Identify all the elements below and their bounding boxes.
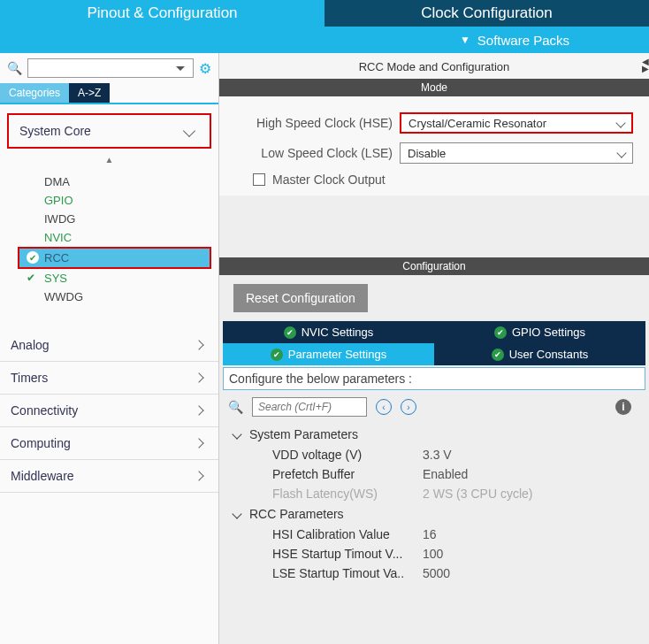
software-packs-label: Software Packs <box>477 33 569 48</box>
chevron-right-icon <box>194 372 203 382</box>
sidebar-search-input[interactable] <box>27 58 194 78</box>
group-label: RCC Parameters <box>249 507 344 521</box>
collapse-handle[interactable]: ◀▶ <box>642 58 649 73</box>
param-label: VDD voltage (V) <box>272 448 423 462</box>
category-label: Middleware <box>11 469 74 483</box>
group-system-parameters[interactable]: System Parameters <box>230 424 638 445</box>
category-label: Computing <box>11 436 71 450</box>
master-clock-checkbox[interactable] <box>253 173 265 186</box>
chevron-down-icon <box>616 148 626 157</box>
tab-nvic-settings[interactable]: ✔ NVIC Settings <box>223 321 434 343</box>
category-label: Connectivity <box>11 403 78 418</box>
sidebar: 🔍 ⚙ Categories A->Z System Core ▲ DMA GP… <box>0 53 219 644</box>
configuration-section-bar: Configuration <box>219 257 649 275</box>
tree-item-label: SYS <box>44 272 67 285</box>
chevron-right-icon <box>194 471 203 480</box>
hse-select[interactable]: Crystal/Ceramic Resonator <box>400 112 633 134</box>
param-row: Flash Latency(WS) 2 WS (3 CPU cycle) <box>230 484 638 503</box>
param-row[interactable]: VDD voltage (V) 3.3 V <box>230 445 638 464</box>
category-analog[interactable]: Analog <box>0 329 218 362</box>
chevron-down-icon <box>232 429 241 439</box>
lse-select[interactable]: Disable <box>400 142 633 164</box>
param-value: 2 WS (3 CPU cycle) <box>423 487 532 501</box>
content-panel: ◀▶ RCC Mode and Configuration Mode High … <box>219 53 649 644</box>
param-label: HSI Calibration Value <box>272 527 423 541</box>
parameter-description: Configure the below parameters : <box>223 367 645 390</box>
param-value: Enabled <box>423 467 468 481</box>
tab-a-z[interactable]: A->Z <box>69 83 110 103</box>
chevron-down-icon: ▼ <box>460 34 470 46</box>
info-icon[interactable]: i <box>615 399 631 415</box>
chevron-right-icon <box>194 405 203 415</box>
master-clock-label: Master Clock Output <box>272 172 386 187</box>
splitter-handle[interactable]: ▲ <box>0 152 218 167</box>
tab-clock[interactable]: Clock Configuration <box>324 0 649 27</box>
param-row[interactable]: LSE Startup Timout Va.. 5000 <box>230 564 638 583</box>
check-icon: ✔ <box>27 272 35 284</box>
tab-user-constants[interactable]: ✔ User Constants <box>434 343 645 365</box>
category-label: Timers <box>11 371 48 385</box>
tree-item-rcc[interactable]: ✔ RCC <box>18 247 211 269</box>
check-icon: ✔ <box>494 326 507 339</box>
param-label: Flash Latency(WS) <box>272 487 423 501</box>
tree-item-label: RCC <box>44 251 69 264</box>
chevron-down-icon <box>183 125 195 137</box>
tab-gpio-settings[interactable]: ✔ GPIO Settings <box>434 321 645 343</box>
param-label: LSE Startup Timout Va.. <box>272 566 423 580</box>
category-connectivity[interactable]: Connectivity <box>0 395 218 427</box>
tab-parameter-settings[interactable]: ✔ Parameter Settings <box>223 343 434 365</box>
param-row[interactable]: HSE Startup Timout V... 100 <box>230 544 638 564</box>
tree-item-sys[interactable]: ✔ SYS <box>18 269 211 288</box>
tree-item-wwdg[interactable]: WWDG <box>18 288 211 306</box>
check-icon: ✔ <box>284 326 296 339</box>
prev-button[interactable]: ‹ <box>376 399 392 415</box>
chevron-right-icon <box>194 438 203 448</box>
tab-label: Parameter Settings <box>288 348 386 361</box>
search-icon: 🔍 <box>7 61 22 75</box>
reset-configuration-button[interactable]: Reset Configuration <box>233 284 368 312</box>
tab-pinout[interactable]: Pinout & Configuration <box>0 0 324 27</box>
gear-icon[interactable]: ⚙ <box>199 60 211 77</box>
tab-label: NVIC Settings <box>302 326 374 339</box>
category-middleware[interactable]: Middleware <box>0 460 218 493</box>
hse-value: Crystal/Ceramic Resonator <box>408 117 546 130</box>
tab-label: GPIO Settings <box>512 326 585 339</box>
tree-item-gpio[interactable]: GPIO <box>18 191 211 210</box>
tree-item-nvic[interactable]: NVIC <box>18 228 211 247</box>
parameter-search-input[interactable] <box>252 397 367 417</box>
category-system-core[interactable]: System Core <box>7 113 211 149</box>
category-timers[interactable]: Timers <box>0 362 218 395</box>
param-value: 100 <box>423 547 443 561</box>
chevron-down-icon <box>232 509 241 518</box>
page-title: RCC Mode and Configuration <box>219 53 649 79</box>
category-label: System Core <box>19 124 91 138</box>
chevron-down-icon <box>615 118 625 127</box>
check-icon: ✔ <box>492 349 504 361</box>
mode-section-bar: Mode <box>219 79 649 96</box>
next-button[interactable]: › <box>401 399 416 415</box>
param-value: 3.3 V <box>423 448 452 462</box>
lse-value: Disable <box>408 147 446 160</box>
param-row[interactable]: Prefetch Buffer Enabled <box>230 464 638 484</box>
category-label: Analog <box>11 338 50 352</box>
param-value: 5000 <box>423 566 450 580</box>
check-icon: ✔ <box>271 349 283 361</box>
group-rcc-parameters[interactable]: RCC Parameters <box>230 503 638 525</box>
tree-item-iwdg[interactable]: IWDG <box>18 210 211 228</box>
search-icon: 🔍 <box>228 400 243 414</box>
check-icon: ✔ <box>27 251 39 264</box>
lse-label: Low Speed Clock (LSE) <box>235 146 396 160</box>
tree-item-dma[interactable]: DMA <box>18 172 211 191</box>
tab-categories[interactable]: Categories <box>0 83 69 103</box>
system-core-tree: DMA GPIO IWDG NVIC ✔ RCC ✔ SYS WWDG <box>0 167 218 311</box>
category-computing[interactable]: Computing <box>0 427 218 460</box>
param-label: HSE Startup Timout V... <box>272 547 423 561</box>
param-row[interactable]: HSI Calibration Value 16 <box>230 525 638 544</box>
param-label: Prefetch Buffer <box>272 467 423 481</box>
software-packs-bar[interactable]: ▼ Software Packs <box>0 27 649 53</box>
group-label: System Parameters <box>249 427 358 441</box>
chevron-right-icon <box>194 340 203 349</box>
dropdown-arrow-icon[interactable] <box>176 66 185 71</box>
hse-label: High Speed Clock (HSE) <box>235 116 396 130</box>
tab-label: User Constants <box>509 348 589 361</box>
